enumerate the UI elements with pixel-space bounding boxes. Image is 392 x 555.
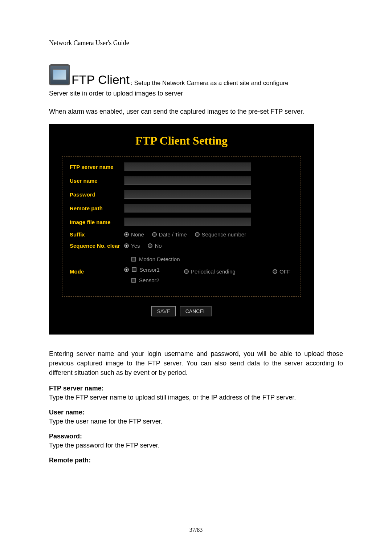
radio-label-off: OFF xyxy=(279,268,290,275)
radio-icon xyxy=(195,232,200,237)
input-ftp-server-name[interactable] xyxy=(124,162,251,171)
row-suffix: Suffix None Date / Time Sequence number xyxy=(70,231,293,238)
radio-suffix-sequence[interactable]: Sequence number xyxy=(195,231,246,238)
radio-icon xyxy=(148,243,152,248)
field-desc-password: Type the password for the FTP server. xyxy=(49,442,343,449)
suffix-radio-group: None Date / Time Sequence number xyxy=(124,231,246,238)
panel-title: FTP Client Setting xyxy=(49,124,314,156)
radio-icon xyxy=(124,243,129,248)
button-row: SAVE CANCEL xyxy=(49,297,314,316)
section-intro-paragraph: When alarm was enabled, user can send th… xyxy=(49,107,343,117)
checkbox-label-sensor1: Sensor1 xyxy=(139,267,160,273)
radio-icon xyxy=(152,232,157,237)
radio-suffix-datetime[interactable]: Date / Time xyxy=(152,231,187,238)
row-ftp-server-name: FTP server name xyxy=(70,162,293,171)
radio-label-none: None xyxy=(131,231,144,238)
description-paragraph: Entering server name and your login user… xyxy=(49,349,343,377)
field-desc-user-name: Type the user name for the FTP server. xyxy=(49,418,343,425)
field-heading-ftp-server: FTP server name: xyxy=(49,385,343,392)
label-sequence-clear: Sequence No. clear xyxy=(70,243,124,249)
cancel-button[interactable]: CANCEL xyxy=(180,306,212,316)
form-area: FTP server name User name Password Remot… xyxy=(62,156,301,297)
checkbox-motion-detection[interactable]: Motion Detection xyxy=(124,256,184,262)
radio-label-datetime: Date / Time xyxy=(159,231,187,238)
field-heading-remote-path: Remote path: xyxy=(49,457,343,464)
label-image-file-name: Image file name xyxy=(70,219,124,225)
input-password[interactable] xyxy=(124,190,251,199)
radio-label-no: No xyxy=(155,243,162,249)
radio-label-sequence: Sequence number xyxy=(202,231,246,238)
checkbox-label-sensor2: Sensor2 xyxy=(139,277,159,283)
field-desc-ftp-server: Type the FTP server name to upload still… xyxy=(49,394,343,401)
radio-mode-sensor-group[interactable]: Sensor1 xyxy=(124,267,184,273)
section-title-row: FTP Client : Setup the Network Camera as… xyxy=(49,64,343,87)
input-image-file-name[interactable] xyxy=(124,218,251,226)
row-user-name: User name xyxy=(70,176,293,185)
checkbox-icon xyxy=(132,267,136,272)
monitor-screen xyxy=(53,69,66,80)
row-remote-path: Remote path xyxy=(70,204,293,212)
radio-seqclear-yes[interactable]: Yes xyxy=(124,243,140,249)
label-mode: Mode xyxy=(70,268,124,275)
radio-label-periodical: Periodical sending xyxy=(191,268,236,275)
section-title: FTP Client xyxy=(72,73,130,87)
radio-icon xyxy=(184,269,189,274)
input-remote-path[interactable] xyxy=(124,204,251,212)
radio-label-yes: Yes xyxy=(131,243,140,249)
mode-section: Mode Motion Detection Sensor1 xyxy=(70,256,293,288)
row-image-file-name: Image file name xyxy=(70,218,293,226)
radio-mode-periodical[interactable]: Periodical sending xyxy=(184,268,249,275)
radio-icon xyxy=(124,267,129,272)
section-subtitle: : Setup the Network Camera as a client s… xyxy=(131,80,289,87)
label-password: Password xyxy=(70,191,124,198)
radio-seqclear-no[interactable]: No xyxy=(148,243,162,249)
row-password: Password xyxy=(70,190,293,199)
label-remote-path: Remote path xyxy=(70,205,124,211)
ftp-client-setting-panel: FTP Client Setting FTP server name User … xyxy=(49,124,314,335)
radio-mode-off[interactable]: OFF xyxy=(273,268,290,275)
document-header: Network Camera User's Guide xyxy=(49,39,343,47)
save-button[interactable]: SAVE xyxy=(151,306,175,316)
label-ftp-server-name: FTP server name xyxy=(70,164,124,170)
label-suffix: Suffix xyxy=(70,231,124,238)
checkbox-label-motion: Motion Detection xyxy=(139,256,180,262)
section-intro-line: Server site in order to upload images to… xyxy=(49,89,343,98)
sequence-clear-radio-group: Yes No xyxy=(124,243,162,249)
radio-icon xyxy=(273,269,277,274)
input-user-name[interactable] xyxy=(124,176,251,185)
radio-icon xyxy=(124,232,129,237)
page-number: 37/83 xyxy=(0,527,392,533)
field-heading-user-name: User name: xyxy=(49,409,343,416)
checkbox-sensor2[interactable]: Sensor2 xyxy=(124,277,184,283)
radio-suffix-none[interactable]: None xyxy=(124,231,144,238)
monitor-icon xyxy=(49,64,70,85)
row-sequence-clear: Sequence No. clear Yes No xyxy=(70,243,293,249)
label-user-name: User name xyxy=(70,178,124,184)
field-heading-password: Password: xyxy=(49,433,343,440)
checkbox-icon xyxy=(131,278,136,283)
checkbox-icon xyxy=(131,257,136,262)
